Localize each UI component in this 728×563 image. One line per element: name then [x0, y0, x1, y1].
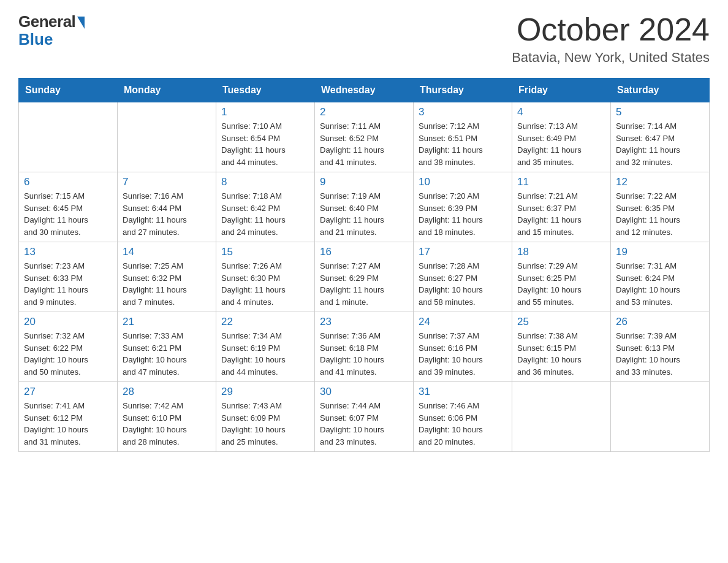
day-info: Sunrise: 7:23 AM Sunset: 6:33 PM Dayligh… — [24, 260, 112, 308]
day-number: 24 — [419, 316, 507, 328]
calendar-cell: 11Sunrise: 7:21 AM Sunset: 6:37 PM Dayli… — [512, 172, 611, 242]
calendar-week-row: 20Sunrise: 7:32 AM Sunset: 6:22 PM Dayli… — [19, 312, 710, 382]
day-info: Sunrise: 7:18 AM Sunset: 6:42 PM Dayligh… — [221, 190, 309, 238]
day-info: Sunrise: 7:26 AM Sunset: 6:30 PM Dayligh… — [221, 260, 309, 308]
day-number: 18 — [517, 246, 605, 258]
calendar-cell: 1Sunrise: 7:10 AM Sunset: 6:54 PM Daylig… — [216, 102, 315, 172]
calendar-cell: 8Sunrise: 7:18 AM Sunset: 6:42 PM Daylig… — [216, 172, 315, 242]
calendar-cell — [512, 382, 611, 452]
day-number: 12 — [616, 176, 704, 188]
day-number: 10 — [419, 176, 507, 188]
calendar-cell: 17Sunrise: 7:28 AM Sunset: 6:27 PM Dayli… — [414, 242, 512, 312]
day-info: Sunrise: 7:11 AM Sunset: 6:52 PM Dayligh… — [320, 120, 408, 168]
calendar-cell: 10Sunrise: 7:20 AM Sunset: 6:39 PM Dayli… — [414, 172, 512, 242]
calendar-cell: 30Sunrise: 7:44 AM Sunset: 6:07 PM Dayli… — [315, 382, 414, 452]
day-number: 25 — [517, 316, 605, 328]
day-number: 4 — [517, 106, 605, 118]
day-number: 14 — [123, 246, 211, 258]
day-number: 9 — [320, 176, 408, 188]
logo-blue-text: Blue — [18, 30, 53, 49]
day-number: 21 — [123, 316, 211, 328]
day-number: 13 — [24, 246, 112, 258]
calendar-week-row: 1Sunrise: 7:10 AM Sunset: 6:54 PM Daylig… — [19, 102, 710, 172]
calendar-cell — [118, 102, 216, 172]
day-info: Sunrise: 7:46 AM Sunset: 6:06 PM Dayligh… — [419, 400, 507, 448]
day-number: 5 — [616, 106, 704, 118]
calendar-cell: 28Sunrise: 7:42 AM Sunset: 6:10 PM Dayli… — [118, 382, 216, 452]
day-number: 2 — [320, 106, 408, 118]
calendar-header-monday: Monday — [118, 79, 216, 102]
calendar-header-saturday: Saturday — [611, 79, 710, 102]
day-info: Sunrise: 7:36 AM Sunset: 6:18 PM Dayligh… — [320, 330, 408, 378]
calendar-cell: 13Sunrise: 7:23 AM Sunset: 6:33 PM Dayli… — [19, 242, 118, 312]
day-info: Sunrise: 7:19 AM Sunset: 6:40 PM Dayligh… — [320, 190, 408, 238]
day-info: Sunrise: 7:25 AM Sunset: 6:32 PM Dayligh… — [123, 260, 211, 308]
calendar-header-thursday: Thursday — [414, 79, 512, 102]
day-info: Sunrise: 7:16 AM Sunset: 6:44 PM Dayligh… — [123, 190, 211, 238]
day-number: 8 — [221, 176, 309, 188]
day-number: 26 — [616, 316, 704, 328]
day-number: 1 — [221, 106, 309, 118]
day-info: Sunrise: 7:29 AM Sunset: 6:25 PM Dayligh… — [517, 260, 605, 308]
calendar-week-row: 6Sunrise: 7:15 AM Sunset: 6:45 PM Daylig… — [19, 172, 710, 242]
calendar-cell: 3Sunrise: 7:12 AM Sunset: 6:51 PM Daylig… — [414, 102, 512, 172]
day-number: 23 — [320, 316, 408, 328]
calendar-cell — [19, 102, 118, 172]
day-info: Sunrise: 7:10 AM Sunset: 6:54 PM Dayligh… — [221, 120, 309, 168]
day-number: 11 — [517, 176, 605, 188]
calendar-cell: 7Sunrise: 7:16 AM Sunset: 6:44 PM Daylig… — [118, 172, 216, 242]
day-info: Sunrise: 7:12 AM Sunset: 6:51 PM Dayligh… — [419, 120, 507, 168]
logo-triangle-icon — [77, 17, 85, 29]
calendar-cell: 31Sunrise: 7:46 AM Sunset: 6:06 PM Dayli… — [414, 382, 512, 452]
calendar-header-wednesday: Wednesday — [315, 79, 414, 102]
calendar-week-row: 13Sunrise: 7:23 AM Sunset: 6:33 PM Dayli… — [19, 242, 710, 312]
day-info: Sunrise: 7:21 AM Sunset: 6:37 PM Dayligh… — [517, 190, 605, 238]
calendar-cell: 19Sunrise: 7:31 AM Sunset: 6:24 PM Dayli… — [611, 242, 710, 312]
day-number: 22 — [221, 316, 309, 328]
calendar-cell: 20Sunrise: 7:32 AM Sunset: 6:22 PM Dayli… — [19, 312, 118, 382]
day-number: 15 — [221, 246, 309, 258]
calendar-cell: 25Sunrise: 7:38 AM Sunset: 6:15 PM Dayli… — [512, 312, 611, 382]
calendar-cell: 29Sunrise: 7:43 AM Sunset: 6:09 PM Dayli… — [216, 382, 315, 452]
calendar-cell: 24Sunrise: 7:37 AM Sunset: 6:16 PM Dayli… — [414, 312, 512, 382]
day-number: 31 — [419, 386, 507, 398]
day-info: Sunrise: 7:13 AM Sunset: 6:49 PM Dayligh… — [517, 120, 605, 168]
day-info: Sunrise: 7:42 AM Sunset: 6:10 PM Dayligh… — [123, 400, 211, 448]
day-info: Sunrise: 7:33 AM Sunset: 6:21 PM Dayligh… — [123, 330, 211, 378]
calendar-cell: 14Sunrise: 7:25 AM Sunset: 6:32 PM Dayli… — [118, 242, 216, 312]
calendar-cell: 23Sunrise: 7:36 AM Sunset: 6:18 PM Dayli… — [315, 312, 414, 382]
day-info: Sunrise: 7:39 AM Sunset: 6:13 PM Dayligh… — [616, 330, 704, 378]
day-number: 7 — [123, 176, 211, 188]
day-info: Sunrise: 7:15 AM Sunset: 6:45 PM Dayligh… — [24, 190, 112, 238]
calendar-cell: 4Sunrise: 7:13 AM Sunset: 6:49 PM Daylig… — [512, 102, 611, 172]
day-number: 28 — [123, 386, 211, 398]
calendar-header-row: SundayMondayTuesdayWednesdayThursdayFrid… — [19, 79, 710, 102]
calendar-cell: 16Sunrise: 7:27 AM Sunset: 6:29 PM Dayli… — [315, 242, 414, 312]
day-info: Sunrise: 7:27 AM Sunset: 6:29 PM Dayligh… — [320, 260, 408, 308]
day-info: Sunrise: 7:28 AM Sunset: 6:27 PM Dayligh… — [419, 260, 507, 308]
day-number: 20 — [24, 316, 112, 328]
calendar-cell: 27Sunrise: 7:41 AM Sunset: 6:12 PM Dayli… — [19, 382, 118, 452]
calendar-header-tuesday: Tuesday — [216, 79, 315, 102]
day-number: 29 — [221, 386, 309, 398]
day-info: Sunrise: 7:22 AM Sunset: 6:35 PM Dayligh… — [616, 190, 704, 238]
day-info: Sunrise: 7:34 AM Sunset: 6:19 PM Dayligh… — [221, 330, 309, 378]
title-block: October 2024 Batavia, New York, United S… — [512, 12, 710, 66]
location-title: Batavia, New York, United States — [512, 50, 710, 66]
day-number: 3 — [419, 106, 507, 118]
day-number: 30 — [320, 386, 408, 398]
day-number: 17 — [419, 246, 507, 258]
day-info: Sunrise: 7:37 AM Sunset: 6:16 PM Dayligh… — [419, 330, 507, 378]
calendar-cell: 15Sunrise: 7:26 AM Sunset: 6:30 PM Dayli… — [216, 242, 315, 312]
day-number: 19 — [616, 246, 704, 258]
calendar-header-friday: Friday — [512, 79, 611, 102]
day-info: Sunrise: 7:38 AM Sunset: 6:15 PM Dayligh… — [517, 330, 605, 378]
calendar-cell: 6Sunrise: 7:15 AM Sunset: 6:45 PM Daylig… — [19, 172, 118, 242]
day-info: Sunrise: 7:14 AM Sunset: 6:47 PM Dayligh… — [616, 120, 704, 168]
calendar-cell: 5Sunrise: 7:14 AM Sunset: 6:47 PM Daylig… — [611, 102, 710, 172]
day-number: 6 — [24, 176, 112, 188]
calendar-table: SundayMondayTuesdayWednesdayThursdayFrid… — [18, 78, 710, 452]
calendar-cell: 2Sunrise: 7:11 AM Sunset: 6:52 PM Daylig… — [315, 102, 414, 172]
calendar-week-row: 27Sunrise: 7:41 AM Sunset: 6:12 PM Dayli… — [19, 382, 710, 452]
calendar-cell: 18Sunrise: 7:29 AM Sunset: 6:25 PM Dayli… — [512, 242, 611, 312]
